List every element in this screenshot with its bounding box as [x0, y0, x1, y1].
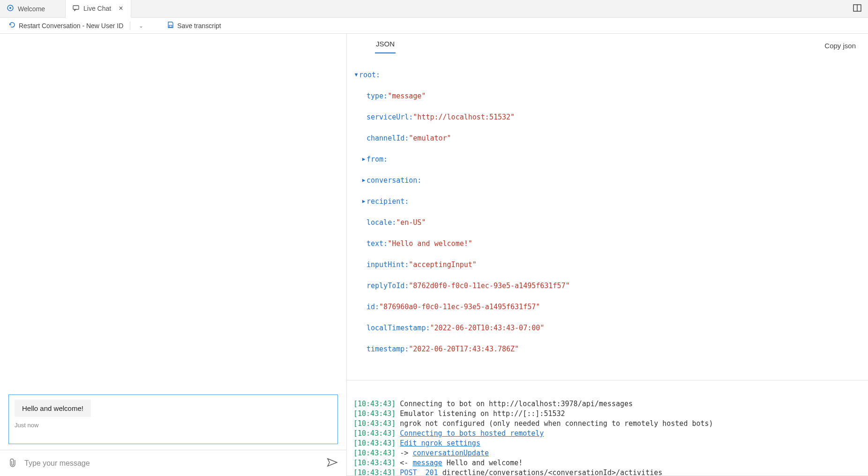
json-key: recipient: — [367, 196, 409, 207]
svg-rect-5 — [169, 25, 172, 27]
json-key: text: — [367, 238, 388, 249]
json-key: replyToId: — [367, 281, 409, 291]
log-line: [10:43:43] <- message Hello and welcome! — [353, 458, 861, 468]
log-line: [10:43:43] POST 201 directline/conversat… — [353, 468, 861, 476]
titlebar-right — [846, 0, 868, 17]
tab-live-chat[interactable]: Live Chat × — [66, 0, 131, 18]
tab-label: Live Chat — [83, 5, 111, 12]
log-link[interactable]: Edit ngrok settings — [400, 439, 480, 447]
log-timestamp: [10:43:43] — [353, 409, 396, 418]
tab-welcome[interactable]: Welcome — [0, 0, 66, 17]
json-key: inputHint: — [367, 260, 409, 270]
log-timestamp: [10:43:43] — [353, 449, 396, 457]
json-value: "acceptingInput" — [409, 260, 477, 270]
log-line: [10:43:43] Emulator listening on http://… — [353, 409, 861, 419]
save-icon — [167, 21, 174, 30]
chat-icon — [72, 4, 80, 13]
log-timestamp: [10:43:43] — [353, 429, 396, 438]
log-timestamp: [10:43:43] — [353, 419, 396, 428]
log-timestamp: [10:43:43] — [353, 439, 396, 447]
json-value: "en-US" — [396, 217, 426, 228]
json-value: "8762d0f0-f0c0-11ec-93e5-a1495f631f57" — [409, 281, 569, 291]
restart-dropdown-chevron-icon[interactable]: ⌄ — [137, 22, 145, 29]
copy-json-button[interactable]: Copy json — [824, 42, 856, 50]
json-value: "emulator" — [409, 133, 451, 144]
close-icon[interactable]: × — [119, 4, 123, 13]
main-area: Hello and welcome! Just now JSON Copy js… — [0, 34, 868, 476]
restart-label: Restart Conversation - New User ID — [19, 22, 123, 30]
tree-toggle-icon[interactable]: ▼ — [353, 71, 359, 79]
json-key: id: — [367, 302, 379, 312]
welcome-icon — [7, 4, 14, 13]
json-key: serviceUrl: — [367, 112, 413, 123]
json-value: "Hello and welcome!" — [388, 238, 472, 249]
json-key: conversation: — [367, 175, 421, 186]
save-transcript-button[interactable]: Save transcript — [167, 21, 221, 30]
json-key: localTimestamp: — [367, 323, 430, 334]
json-value: "2022-06-20T10:43:43-07:00" — [430, 323, 544, 334]
json-key: root: — [359, 70, 380, 81]
message-text: Hello and welcome! — [22, 404, 83, 412]
tree-toggle-icon[interactable]: ▶ — [361, 198, 367, 206]
svg-point-1 — [9, 7, 11, 9]
log-link[interactable]: 201 — [426, 469, 438, 476]
json-value: "http://localhost:51532" — [413, 112, 515, 123]
log-link[interactable]: conversationUpdate — [412, 449, 489, 457]
tab-label: Welcome — [18, 5, 45, 13]
separator — [130, 22, 130, 30]
message-timestamp: Just now — [15, 422, 332, 429]
log-line: [10:43:43] Connecting to bots hosted rem… — [353, 429, 861, 439]
log-link[interactable]: Connecting to bots hosted remotely — [400, 429, 544, 438]
inspector-panel: JSON Copy json ▼ root: type: "message" s… — [347, 34, 868, 476]
inspector-header: JSON Copy json — [347, 34, 868, 54]
svg-rect-2 — [73, 6, 79, 9]
attach-icon[interactable] — [8, 457, 18, 469]
json-key: channelId: — [367, 133, 409, 144]
json-key: from: — [367, 154, 388, 165]
json-value: "876960a0-f0c0-11ec-93e5-a1495f631f57" — [379, 302, 540, 312]
split-view-icon[interactable] — [853, 4, 861, 14]
composer — [0, 450, 346, 476]
json-key: type: — [367, 91, 388, 102]
json-value: "2022-06-20T17:43:43.786Z" — [409, 344, 519, 355]
message-bubble[interactable]: Hello and welcome! — [15, 400, 91, 417]
tree-toggle-icon[interactable]: ▶ — [361, 156, 367, 164]
toolbar: Restart Conversation - New User ID ⌄ Sav… — [0, 18, 868, 34]
inspector-tab-json[interactable]: JSON — [375, 38, 396, 53]
log-link[interactable]: POST — [400, 469, 417, 476]
chat-panel: Hello and welcome! Just now — [0, 34, 347, 476]
tree-toggle-icon[interactable]: ▶ — [361, 177, 367, 185]
log-panel[interactable]: [10:43:43] Connecting to bot on http://l… — [347, 380, 868, 476]
log-timestamp: [10:43:43] — [353, 469, 396, 476]
log-line: [10:43:43] Connecting to bot on http://l… — [353, 399, 861, 409]
json-key: timestamp: — [367, 344, 409, 355]
restart-conversation-button[interactable]: Restart Conversation - New User ID — [8, 21, 123, 30]
json-key: locale: — [367, 217, 396, 228]
log-line: [10:43:43] Edit ngrok settings — [353, 439, 861, 448]
save-label: Save transcript — [177, 22, 221, 30]
restart-icon — [8, 21, 16, 30]
log-link[interactable]: message — [412, 459, 442, 467]
log-line: [10:43:43] ngrok not configured (only ne… — [353, 419, 861, 429]
message-input[interactable] — [24, 459, 320, 468]
json-value: "message" — [388, 91, 426, 102]
log-timestamp: [10:43:43] — [353, 400, 396, 408]
log-timestamp: [10:43:43] — [353, 459, 396, 467]
log-line: [10:43:43] -> conversationUpdate — [353, 448, 861, 458]
selected-message[interactable]: Hello and welcome! Just now — [8, 394, 338, 444]
tab-bar: Welcome Live Chat × — [0, 0, 868, 18]
json-tree[interactable]: ▼ root: type: "message" serviceUrl: "htt… — [347, 54, 868, 380]
chat-transcript[interactable]: Hello and welcome! Just now — [0, 34, 346, 450]
send-icon[interactable] — [327, 458, 338, 469]
